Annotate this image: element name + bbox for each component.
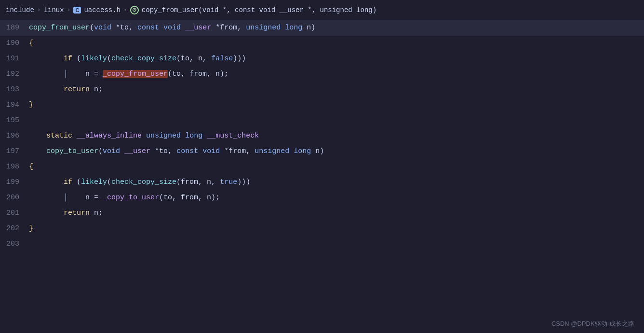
line-number-195: 195 <box>0 113 29 128</box>
line-number-189: 189 <box>0 20 29 36</box>
code-line-195: 195 <box>0 113 644 128</box>
line-number-197: 197 <box>0 144 29 159</box>
line-number-203: 203 <box>0 236 29 252</box>
line-content-191: if (likely(check_copy_size(to, n, false)… <box>29 51 644 67</box>
breadcrumb-function[interactable]: copy_from_user(void *, const void __user… <box>142 6 376 14</box>
line-content-201: return n; <box>29 206 644 221</box>
c-file-icon: C <box>73 7 81 14</box>
line-content-196: static __always_inline unsigned long __m… <box>29 128 644 144</box>
breadcrumb-linux[interactable]: linux <box>44 6 64 14</box>
line-number-200: 200 <box>0 190 29 206</box>
code-line-194: 194 } <box>0 97 644 113</box>
line-content-193: return n; <box>29 82 644 97</box>
breadcrumb: include › linux › C uaccess.h › ⊙ copy_f… <box>0 0 644 20</box>
line-content-198: { <box>29 159 644 175</box>
breadcrumb-sep-3: › <box>123 6 127 14</box>
code-line-199: 199 if (likely(check_copy_size(from, n, … <box>0 175 644 190</box>
line-number-191: 191 <box>0 51 29 67</box>
line-number-190: 190 <box>0 36 29 51</box>
code-line-201: 201 return n; <box>0 206 644 221</box>
line-content-194: } <box>29 97 644 113</box>
line-number-201: 201 <box>0 206 29 221</box>
line-content-189: copy_from_user(void *to, const void __us… <box>29 20 644 36</box>
code-line-191: 191 if (likely(check_copy_size(to, n, fa… <box>0 51 644 67</box>
code-line-190: 190 { <box>0 36 644 51</box>
line-content-200: │ n = _copy_to_user(to, from, n); <box>29 190 644 206</box>
breadcrumb-sep-2: › <box>67 6 71 14</box>
code-editor: 189 copy_from_user(void *to, const void … <box>0 20 644 333</box>
line-content-195 <box>29 113 644 128</box>
line-number-198: 198 <box>0 159 29 175</box>
line-number-196: 196 <box>0 128 29 144</box>
code-line-200: 200 │ n = _copy_to_user(to, from, n); <box>0 190 644 206</box>
line-number-199: 199 <box>0 175 29 190</box>
line-content-197: copy_to_user(void __user *to, const void… <box>29 144 644 159</box>
line-number-202: 202 <box>0 221 29 236</box>
line-content-203 <box>29 236 644 252</box>
breadcrumb-filename[interactable]: uaccess.h <box>84 6 121 14</box>
code-line-203: 203 <box>0 236 644 252</box>
watermark: CSDN @DPDK驱动-成长之路 <box>551 319 634 328</box>
line-number-193: 193 <box>0 82 29 97</box>
line-content-199: if (likely(check_copy_size(from, n, true… <box>29 175 644 190</box>
line-content-192: │ n = _copy_from_user(to, from, n); <box>29 67 644 82</box>
breadcrumb-include[interactable]: include <box>6 6 34 14</box>
code-line-198: 198 { <box>0 159 644 175</box>
line-content-190: { <box>29 36 644 51</box>
code-line-202: 202 } <box>0 221 644 236</box>
code-line-192: 192 │ n = _copy_from_user(to, from, n); <box>0 67 644 82</box>
code-line-189: 189 copy_from_user(void *to, const void … <box>0 20 644 36</box>
line-content-202: } <box>29 221 644 236</box>
code-line-196: 196 static __always_inline unsigned long… <box>0 128 644 144</box>
function-icon: ⊙ <box>130 6 139 14</box>
line-number-192: 192 <box>0 67 29 82</box>
code-line-193: 193 return n; <box>0 82 644 97</box>
line-number-194: 194 <box>0 97 29 113</box>
code-line-197: 197 copy_to_user(void __user *to, const … <box>0 144 644 159</box>
breadcrumb-sep-1: › <box>37 6 41 14</box>
